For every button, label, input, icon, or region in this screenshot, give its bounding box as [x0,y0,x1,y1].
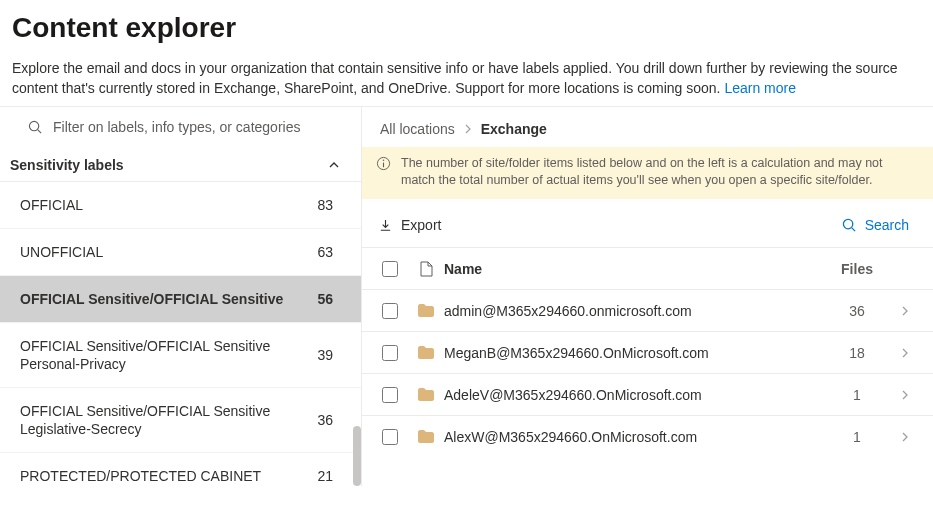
row-checkbox[interactable] [372,303,408,319]
info-banner: The number of site/folder items listed b… [362,147,933,199]
row-files: 36 [827,303,887,319]
column-header-name[interactable]: Name [444,261,827,277]
sidebar-item-count: 63 [309,243,333,261]
table-header: Name Files [362,247,933,289]
sidebar-item[interactable]: OFFICIAL83 [0,182,361,229]
chevron-right-icon [887,348,923,358]
row-name: MeganB@M365x294660.OnMicrosoft.com [444,345,827,361]
info-banner-text: The number of site/folder items listed b… [401,155,919,189]
chevron-right-icon [887,306,923,316]
label-list: OFFICIAL83UNOFFICIAL63OFFICIAL Sensitive… [0,182,361,486]
sidebar: Filter on labels, info types, or categor… [0,107,362,486]
folder-icon [408,388,444,401]
svg-point-0 [29,121,38,130]
svg-line-6 [851,227,854,230]
select-all-checkbox[interactable] [372,261,408,277]
row-name: AlexW@M365x294660.OnMicrosoft.com [444,429,827,445]
sidebar-item-count: 83 [309,196,333,214]
learn-more-link[interactable]: Learn more [724,80,796,96]
svg-line-1 [38,129,41,132]
sidebar-item[interactable]: OFFICIAL Sensitive/OFFICIAL Sensitive Le… [0,388,361,453]
sidebar-item-count: 36 [309,411,333,429]
content-pane: All locations Exchange The number of sit… [362,107,933,486]
column-header-files[interactable]: Files [827,261,887,277]
sidebar-item[interactable]: PROTECTED/PROTECTED CABINET21 [0,453,361,486]
sidebar-item-label: OFFICIAL [20,196,309,214]
row-checkbox[interactable] [372,429,408,445]
scrollbar-thumb[interactable] [353,426,361,486]
sidebar-item[interactable]: OFFICIAL Sensitive/OFFICIAL Sensitive Pe… [0,323,361,388]
breadcrumb: All locations Exchange [362,107,933,147]
filter-input[interactable]: Filter on labels, info types, or categor… [0,107,361,149]
sidebar-section-title: Sensitivity labels [10,157,124,173]
page-title: Content explorer [12,12,921,44]
sidebar-item-label: OFFICIAL Sensitive/OFFICIAL Sensitive [20,290,309,308]
chevron-right-icon [887,390,923,400]
sidebar-item-label: OFFICIAL Sensitive/OFFICIAL Sensitive Pe… [20,337,309,373]
file-icon [408,261,444,277]
search-icon [28,120,43,135]
search-icon [842,218,857,233]
svg-point-5 [843,219,852,228]
info-icon [376,156,391,189]
search-label: Search [865,217,909,233]
breadcrumb-root[interactable]: All locations [380,121,455,137]
row-name: AdeleV@M365x294660.OnMicrosoft.com [444,387,827,403]
table-row[interactable]: admin@M365x294660.onmicrosoft.com36 [362,289,933,331]
sidebar-section-header[interactable]: Sensitivity labels [0,149,361,182]
search-button[interactable]: Search [836,213,915,237]
table-row[interactable]: MeganB@M365x294660.OnMicrosoft.com18 [362,331,933,373]
table-row[interactable]: AdeleV@M365x294660.OnMicrosoft.com1 [362,373,933,415]
chevron-right-icon [887,432,923,442]
export-button[interactable]: Export [372,213,447,237]
page-description: Explore the email and docs in your organ… [12,58,921,98]
chevron-up-icon [327,158,341,172]
row-name: admin@M365x294660.onmicrosoft.com [444,303,827,319]
filter-placeholder: Filter on labels, info types, or categor… [53,119,300,135]
sidebar-item-label: PROTECTED/PROTECTED CABINET [20,467,309,485]
sidebar-item-count: 21 [309,467,333,485]
sidebar-item-count: 56 [309,290,333,308]
breadcrumb-current: Exchange [481,121,547,137]
row-files: 1 [827,429,887,445]
table-row[interactable]: AlexW@M365x294660.OnMicrosoft.com1 [362,415,933,457]
row-files: 18 [827,345,887,361]
row-checkbox[interactable] [372,345,408,361]
sidebar-item-count: 39 [309,346,333,364]
folder-icon [408,430,444,443]
chevron-right-icon [463,124,473,134]
sidebar-item-label: OFFICIAL Sensitive/OFFICIAL Sensitive Le… [20,402,309,438]
sidebar-item[interactable]: UNOFFICIAL63 [0,229,361,276]
folder-icon [408,346,444,359]
row-files: 1 [827,387,887,403]
sidebar-item[interactable]: OFFICIAL Sensitive/OFFICIAL Sensitive56 [0,276,361,323]
export-label: Export [401,217,441,233]
folder-table: Name Files admin@M365x294660.onmicrosoft… [362,247,933,457]
download-icon [378,218,393,233]
folder-icon [408,304,444,317]
row-checkbox[interactable] [372,387,408,403]
svg-point-4 [383,159,385,161]
sidebar-item-label: UNOFFICIAL [20,243,309,261]
